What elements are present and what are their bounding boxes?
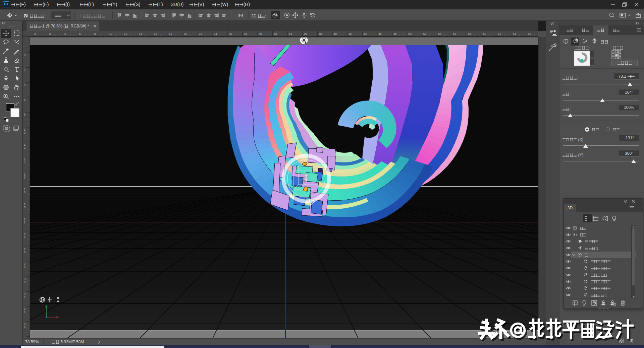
svg-text:52: 52 <box>423 32 427 36</box>
svg-text:66: 66 <box>528 32 531 36</box>
svg-text:54: 54 <box>438 32 441 36</box>
svg-text:6: 6 <box>79 32 81 36</box>
svg-text:40: 40 <box>333 32 337 36</box>
svg-text:48: 48 <box>393 32 396 36</box>
svg-text:56: 56 <box>453 32 457 36</box>
svg-text:14: 14 <box>139 32 142 36</box>
svg-text:26: 26 <box>229 32 232 36</box>
svg-text:42: 42 <box>348 32 352 36</box>
svg-text:44: 44 <box>363 32 367 36</box>
svg-text:64: 64 <box>513 32 516 36</box>
svg-text:0: 0 <box>24 53 25 57</box>
svg-text:60: 60 <box>483 32 486 36</box>
svg-text:6: 6 <box>24 251 25 254</box>
svg-text:24: 24 <box>214 32 217 36</box>
svg-text:38: 38 <box>318 32 322 36</box>
svg-text:2: 2 <box>24 295 25 299</box>
svg-text:34: 34 <box>288 32 292 36</box>
svg-text:0: 0 <box>34 32 36 36</box>
svg-text:12: 12 <box>124 32 127 36</box>
svg-text:28: 28 <box>244 32 247 36</box>
svg-text:6: 6 <box>24 325 25 329</box>
svg-text:62: 62 <box>498 32 501 36</box>
svg-text:10: 10 <box>109 32 112 36</box>
svg-text:0: 0 <box>24 280 25 284</box>
svg-text:58: 58 <box>468 32 471 36</box>
svg-text:4: 4 <box>24 310 25 314</box>
svg-text:8: 8 <box>24 191 25 194</box>
svg-text:30: 30 <box>259 32 262 36</box>
svg-text:4: 4 <box>24 83 25 86</box>
svg-text:4: 4 <box>64 32 66 36</box>
svg-text:8: 8 <box>94 32 96 36</box>
svg-text:2: 2 <box>24 68 25 72</box>
svg-text:6: 6 <box>24 176 25 179</box>
svg-text:4: 4 <box>24 161 25 164</box>
svg-text:2: 2 <box>24 146 25 149</box>
svg-text:22: 22 <box>199 32 202 36</box>
svg-text:32: 32 <box>274 32 277 36</box>
svg-text:0: 0 <box>24 131 25 134</box>
svg-text:2: 2 <box>24 221 25 224</box>
svg-text:8: 8 <box>24 265 25 269</box>
svg-text:16: 16 <box>154 32 157 36</box>
svg-text:4: 4 <box>24 235 25 239</box>
svg-text:2: 2 <box>49 32 51 36</box>
svg-text:0: 0 <box>24 206 25 209</box>
svg-text:18: 18 <box>169 32 172 36</box>
svg-text:46: 46 <box>378 32 382 36</box>
svg-text:6: 6 <box>24 98 25 101</box>
svg-text:8: 8 <box>24 113 25 116</box>
svg-text:36: 36 <box>304 32 307 36</box>
svg-text:50: 50 <box>408 32 412 36</box>
svg-text:20: 20 <box>184 32 187 36</box>
